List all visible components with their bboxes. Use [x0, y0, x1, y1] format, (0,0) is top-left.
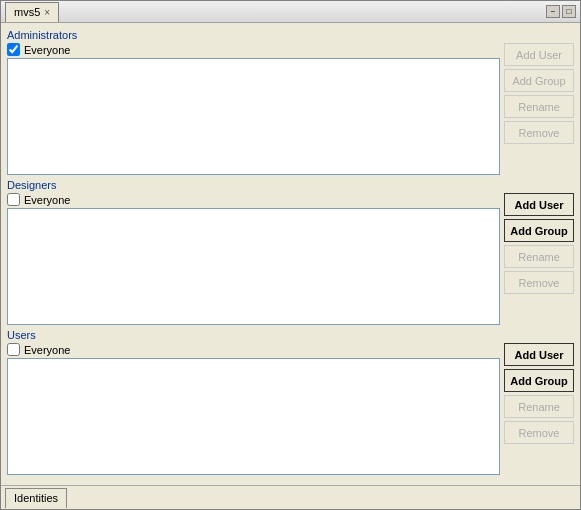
tab-label: mvs5 [14, 6, 40, 18]
section-users: Users Everyone Add User Add Group Rename… [7, 329, 574, 475]
identities-tab[interactable]: Identities [5, 488, 67, 508]
title-bar: mvs5 × − □ [1, 1, 580, 23]
list-box-users[interactable] [7, 358, 500, 475]
right-panel-administrators: Add User Add Group Rename Remove [504, 43, 574, 175]
section-designers: Designers Everyone Add User Add Group Re… [7, 179, 574, 325]
section-header-users: Users [7, 329, 574, 341]
add-group-button-users[interactable]: Add Group [504, 369, 574, 392]
rename-button-designers[interactable]: Rename [504, 245, 574, 268]
window-controls: − □ [546, 5, 576, 18]
main-tab[interactable]: mvs5 × [5, 2, 59, 22]
section-administrators: Administrators Everyone Add User Add Gro… [7, 29, 574, 175]
minimize-button[interactable]: − [546, 5, 560, 18]
remove-button-administrators[interactable]: Remove [504, 121, 574, 144]
right-panel-users: Add User Add Group Rename Remove [504, 343, 574, 475]
left-panel-designers: Everyone [7, 193, 500, 325]
main-content: Administrators Everyone Add User Add Gro… [1, 23, 580, 485]
right-panel-designers: Add User Add Group Rename Remove [504, 193, 574, 325]
remove-button-designers[interactable]: Remove [504, 271, 574, 294]
checkbox-label-designers: Everyone [24, 194, 70, 206]
add-user-button-administrators[interactable]: Add User [504, 43, 574, 66]
checkbox-designers[interactable] [7, 193, 20, 206]
rename-button-users[interactable]: Rename [504, 395, 574, 418]
section-body-users: Everyone Add User Add Group Rename Remov… [7, 343, 574, 475]
left-panel-users: Everyone [7, 343, 500, 475]
left-panel-administrators: Everyone [7, 43, 500, 175]
bottom-bar: Identities [1, 485, 580, 509]
section-header-administrators: Administrators [7, 29, 574, 41]
add-group-button-administrators[interactable]: Add Group [504, 69, 574, 92]
rename-button-administrators[interactable]: Rename [504, 95, 574, 118]
list-box-designers[interactable] [7, 208, 500, 325]
checkbox-row-users: Everyone [7, 343, 500, 356]
add-user-button-designers[interactable]: Add User [504, 193, 574, 216]
list-box-administrators[interactable] [7, 58, 500, 175]
checkbox-label-users: Everyone [24, 344, 70, 356]
checkbox-row-administrators: Everyone [7, 43, 500, 56]
add-user-button-users[interactable]: Add User [504, 343, 574, 366]
tab-close-icon[interactable]: × [44, 7, 50, 18]
maximize-button[interactable]: □ [562, 5, 576, 18]
main-window: mvs5 × − □ Administrators Everyone Add U… [0, 0, 581, 510]
section-body-administrators: Everyone Add User Add Group Rename Remov… [7, 43, 574, 175]
checkbox-row-designers: Everyone [7, 193, 500, 206]
checkbox-administrators[interactable] [7, 43, 20, 56]
identities-tab-label: Identities [14, 492, 58, 504]
remove-button-users[interactable]: Remove [504, 421, 574, 444]
section-body-designers: Everyone Add User Add Group Rename Remov… [7, 193, 574, 325]
checkbox-users[interactable] [7, 343, 20, 356]
checkbox-label-administrators: Everyone [24, 44, 70, 56]
section-header-designers: Designers [7, 179, 574, 191]
add-group-button-designers[interactable]: Add Group [504, 219, 574, 242]
